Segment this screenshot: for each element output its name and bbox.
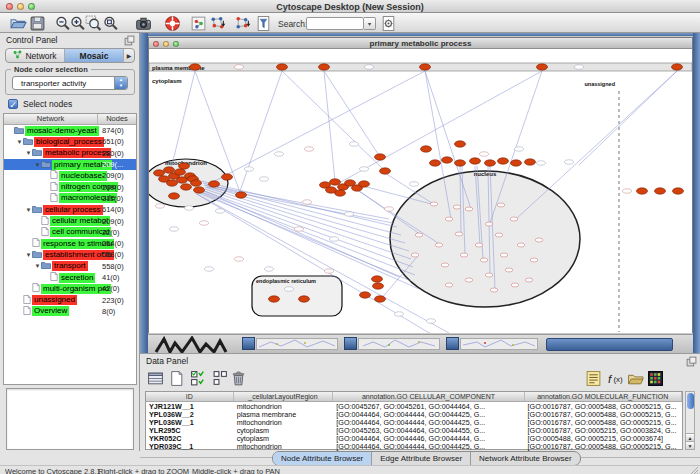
save-icon[interactable]	[29, 15, 46, 32]
expander-icon[interactable]: ▼	[16, 139, 23, 145]
node-label-pill[interactable]	[170, 227, 179, 231]
function-builder-icon[interactable]: f(x)	[607, 370, 624, 387]
node-label-pill[interactable]	[285, 287, 294, 291]
tab-overflow-icon[interactable]: ▶	[124, 49, 134, 62]
expander-icon[interactable]: ▼	[25, 207, 32, 213]
tree-row-response-to-stimulu[interactable]: response to stimulu264(0)	[4, 238, 136, 249]
nucleus-node[interactable]	[480, 258, 488, 262]
expander-icon[interactable]: ▼	[34, 263, 41, 269]
layout-a-icon[interactable]	[209, 15, 226, 32]
table-row[interactable]: YDR039C__1mitochondrion[GO:0044464, GO:0…	[146, 442, 682, 450]
tree-row-metabolic-process[interactable]: ▼metabolic process280(0)	[4, 148, 136, 159]
node-label-pill[interactable]	[325, 269, 334, 273]
network-node[interactable]	[455, 160, 466, 166]
nucleus-node[interactable]	[535, 238, 543, 242]
tree-row-mosaic-demo-yeast[interactable]: mosaic-demo-yeast874(0)	[4, 125, 136, 136]
network-canvas[interactable]: plasma membranecytoplasmmitochondrionnuc…	[149, 49, 692, 333]
tree-row-cell-communicat[interactable]: cell communicat22(0)	[4, 227, 136, 238]
snapshot-icon[interactable]	[135, 15, 152, 32]
attribute-list-icon[interactable]	[585, 370, 602, 387]
nucleus-node[interactable]	[453, 205, 461, 209]
nucleus-node[interactable]	[525, 278, 533, 282]
nucleus-node[interactable]	[430, 202, 438, 206]
nucleus-node[interactable]	[530, 258, 538, 262]
network-node[interactable]	[194, 187, 205, 193]
network-node[interactable]	[375, 154, 386, 160]
attribute-matrix-icon[interactable]	[647, 370, 664, 387]
network-node[interactable]	[326, 187, 337, 193]
network-node[interactable]	[167, 180, 178, 186]
node-label-pill[interactable]	[205, 267, 214, 271]
layout-b-icon[interactable]	[234, 15, 251, 32]
nucleus-node[interactable]	[445, 283, 453, 287]
import-attributes-icon[interactable]	[627, 370, 644, 387]
network-node[interactable]	[673, 188, 684, 194]
nucleus-node[interactable]	[411, 253, 419, 257]
network-node[interactable]	[330, 179, 341, 185]
node-label-pill[interactable]	[480, 152, 489, 156]
tree-row-primary-metabo[interactable]: ▼primary metabo209(...	[4, 159, 136, 170]
node-label-pill[interactable]	[360, 167, 369, 171]
zoom-fit-icon[interactable]	[102, 15, 119, 32]
tab-network-attribute-browser[interactable]: Network Attribute Browser	[471, 452, 579, 465]
network-node[interactable]	[191, 180, 202, 186]
tree-row-cellular-process[interactable]: ▼cellular process614(0)	[4, 204, 136, 215]
select-nodes-checkbox[interactable]: ✓	[8, 99, 18, 109]
new-attribute-icon[interactable]	[168, 370, 185, 387]
edge[interactable]	[516, 71, 677, 219]
node-label-pill[interactable]	[330, 237, 339, 241]
float-panel-icon[interactable]	[124, 35, 135, 46]
tree-row-secretion[interactable]: secretion41(0)	[4, 272, 136, 283]
node-label-pill[interactable]	[265, 267, 274, 271]
network-node[interactable]	[511, 160, 522, 166]
select-attributes-icon[interactable]	[190, 370, 207, 387]
tree-row-unassigned[interactable]: unassigned223(0)	[4, 294, 136, 305]
table-scrollbar[interactable]: ▲ ▼	[685, 391, 695, 450]
tree-column-network[interactable]: Network	[4, 114, 98, 124]
node-label-pill[interactable]	[200, 221, 209, 225]
open-file-icon[interactable]	[10, 15, 27, 32]
minimized-window-bar[interactable]	[358, 338, 440, 350]
network-node[interactable]	[537, 64, 548, 70]
nucleus-node[interactable]	[441, 263, 449, 267]
node-label-pill[interactable]	[385, 207, 394, 211]
minimized-window-bar[interactable]	[460, 338, 538, 350]
column-header[interactable]: _cellularLayoutRegion	[234, 392, 334, 401]
nucleus-node[interactable]	[475, 243, 483, 247]
network-node[interactable]	[209, 181, 220, 187]
nucleus-node[interactable]	[415, 233, 423, 237]
node-label-pill[interactable]	[515, 147, 524, 151]
minimized-window-titlebar[interactable]	[546, 338, 673, 351]
expander-icon[interactable]: ▼	[25, 150, 32, 156]
birds-eye-view[interactable]	[6, 388, 134, 450]
node-label-pill[interactable]	[395, 312, 404, 316]
nucleus-node[interactable]	[497, 203, 505, 207]
tree-row-macromolecule[interactable]: macromolecule311(0)	[4, 193, 136, 204]
edge[interactable]	[202, 192, 415, 275]
tree-row-biological-process[interactable]: ▼biological_process651(0)	[4, 136, 136, 147]
tree-row-multi-organism-pro[interactable]: multi-organism pro42(0)	[4, 283, 136, 294]
network-node[interactable]	[299, 296, 310, 302]
nucleus-node[interactable]	[460, 253, 468, 257]
node-color-dropdown[interactable]: transporter activity ▲▼	[12, 76, 128, 90]
network-node[interactable]	[421, 146, 432, 152]
attribute-table-icon[interactable]	[147, 370, 164, 387]
desktop-frame-right[interactable]	[693, 33, 700, 353]
network-node[interactable]	[222, 174, 233, 180]
network-node[interactable]	[375, 296, 386, 302]
node-label-pill[interactable]	[345, 212, 354, 216]
tree-row-overview[interactable]: Overview8(0)	[4, 306, 136, 317]
edge[interactable]	[204, 185, 405, 243]
configure-search-icon[interactable]	[380, 15, 397, 32]
scroll-up-icon[interactable]: ▲	[686, 433, 694, 441]
nucleus-node[interactable]	[490, 288, 498, 292]
network-node[interactable]	[430, 160, 441, 166]
node-label-pill[interactable]	[537, 161, 546, 165]
network-node[interactable]	[372, 276, 383, 282]
network-node[interactable]	[359, 181, 370, 187]
network-node[interactable]	[169, 193, 180, 199]
nucleus-node[interactable]	[511, 283, 519, 287]
node-label-pill[interactable]	[303, 200, 312, 204]
minimized-window-icon[interactable]	[344, 337, 357, 350]
tree-row-cellular-metabol[interactable]: cellular metabol209(0)	[4, 215, 136, 226]
